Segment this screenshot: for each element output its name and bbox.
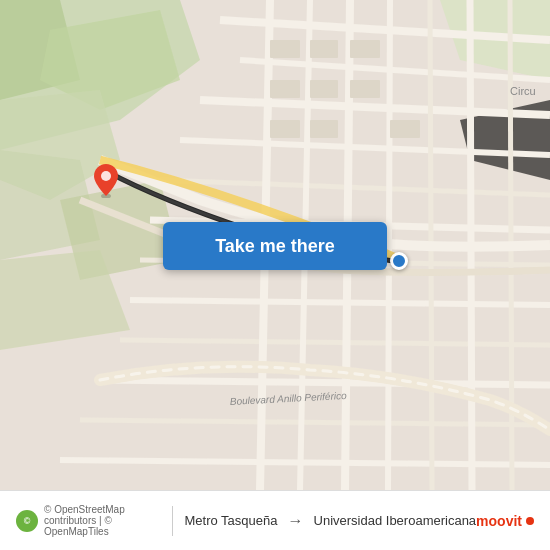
svg-rect-31 [350,40,380,58]
svg-rect-29 [270,40,300,58]
map-container: Boulevard Anillo Periférico Circu Take m… [0,0,550,490]
moovit-logo: moovit [476,513,534,529]
footer-navigation: Metro Tasqueña → Universidad Iberoameric… [185,512,477,530]
svg-rect-32 [270,80,300,98]
svg-rect-37 [390,120,420,138]
svg-rect-33 [310,80,338,98]
svg-text:Circu: Circu [510,85,536,97]
direction-arrow: → [288,512,304,530]
svg-rect-35 [270,120,300,138]
origin-marker [390,252,408,270]
svg-rect-36 [310,120,338,138]
footer-divider [172,506,173,536]
destination-marker [92,162,120,198]
moovit-logo-dot [526,517,534,525]
attribution-area: © © OpenStreetMap contributors | © OpenM… [16,504,160,537]
attribution-text: © OpenStreetMap contributors | © OpenMap… [44,504,160,537]
to-destination: Universidad Iberoamericana [314,513,477,528]
footer: © © OpenStreetMap contributors | © OpenM… [0,490,550,550]
svg-rect-30 [310,40,338,58]
moovit-logo-text: moovit [476,513,522,529]
svg-line-19 [100,380,550,385]
osm-logo: © [16,510,38,532]
svg-point-40 [101,171,111,181]
take-me-there-button[interactable]: Take me there [163,222,387,270]
svg-rect-34 [350,80,380,98]
from-station: Metro Tasqueña [185,513,278,528]
